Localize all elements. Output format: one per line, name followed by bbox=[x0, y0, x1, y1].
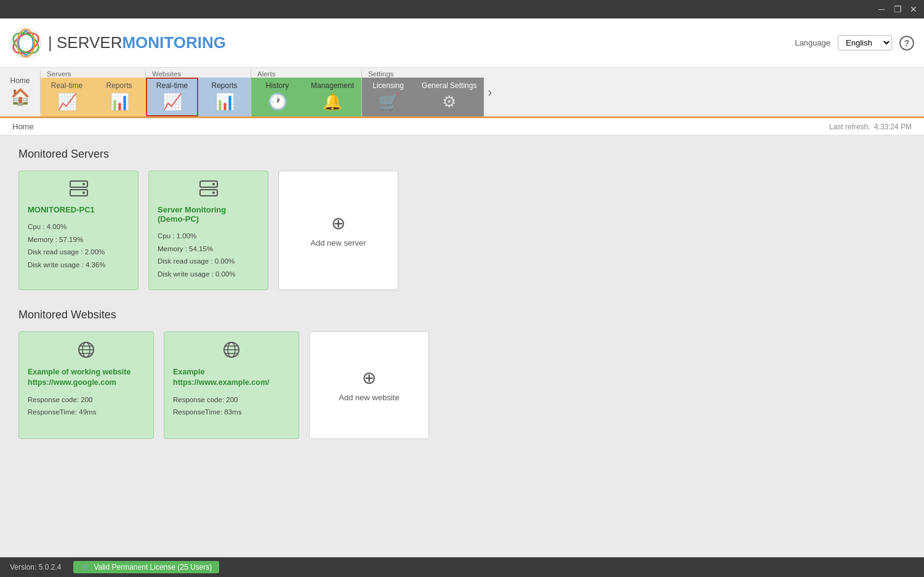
servers-reports-label: Reports bbox=[106, 81, 132, 90]
websites-realtime-icon: 📈 bbox=[163, 92, 182, 111]
settings-licensing-label: Licensing bbox=[372, 81, 404, 90]
add-website-card[interactable]: ⊕ Add new website bbox=[309, 331, 429, 439]
settings-general-icon: ⚙ bbox=[442, 92, 456, 111]
alerts-history-label: History bbox=[266, 81, 289, 90]
nav-alerts-management[interactable]: Management 🔔 bbox=[303, 78, 361, 116]
alerts-items: History 🕐 Management 🔔 bbox=[251, 78, 361, 116]
server-0-cpu: Cpu : 4.00% bbox=[28, 220, 106, 233]
server-0-diskread: Disk read usage : 2.00% bbox=[28, 246, 106, 259]
websites-reports-label: Reports bbox=[211, 81, 237, 90]
logo-area: | SERVER MONITORING bbox=[10, 27, 795, 59]
server-0-diskwrite: Disk write usage : 4.36% bbox=[28, 259, 106, 272]
app-header: | SERVER MONITORING Language English Deu… bbox=[0, 18, 924, 68]
nav-container: Home 🏠 Servers Real-time 📈 Reports 📊 Web… bbox=[0, 68, 924, 118]
server-0-stats: Cpu : 4.00% Memory : 57.19% Disk read us… bbox=[28, 220, 106, 272]
alerts-management-icon: 🔔 bbox=[323, 92, 342, 111]
servers-group-label: Servers bbox=[41, 68, 145, 78]
settings-group-label: Settings bbox=[362, 68, 484, 78]
svg-point-11 bbox=[212, 192, 215, 194]
server-1-icon bbox=[158, 180, 259, 201]
websites-realtime-label: Real-time bbox=[156, 81, 188, 90]
websites-panels-row: Example of working websitehttps://www.go… bbox=[18, 331, 906, 439]
nav-home[interactable]: Home 🏠 bbox=[0, 68, 40, 116]
website-0-stats: Response code: 200 ResponseTime: 49ms bbox=[28, 393, 96, 419]
title-bar: ─ ❐ ✕ bbox=[0, 0, 924, 18]
website-1-time: ResponseTime: 83ms bbox=[173, 406, 241, 419]
refresh-area: Last refresh: 4:33:24 PM bbox=[829, 123, 912, 131]
minimize-button[interactable]: ─ bbox=[876, 4, 887, 15]
breadcrumb-text: Home bbox=[12, 122, 34, 131]
settings-licensing-icon: 🛒 bbox=[379, 92, 398, 111]
nav-alerts-history[interactable]: History 🕐 bbox=[251, 78, 303, 116]
server-1-diskwrite: Disk write usage : 0.00% bbox=[158, 268, 236, 281]
status-version: Version: 5.0.2.4 bbox=[10, 563, 61, 571]
settings-items: Licensing 🛒 General Settings ⚙ bbox=[362, 78, 484, 116]
server-1-stats: Cpu : 1.00% Memory : 54.15% Disk read us… bbox=[158, 230, 236, 281]
server-1-memory: Memory : 54.15% bbox=[158, 243, 236, 256]
server-0-name: MONITORED-PC1 bbox=[28, 205, 95, 214]
servers-realtime-icon: 📈 bbox=[57, 92, 77, 111]
server-0-memory: Memory : 57.19% bbox=[28, 233, 106, 246]
servers-section-title: Monitored Servers bbox=[18, 148, 906, 161]
server-0-icon bbox=[28, 180, 129, 201]
server-1-cpu: Cpu : 1.00% bbox=[158, 230, 236, 243]
websites-reports-icon: 📊 bbox=[215, 92, 235, 111]
add-website-icon: ⊕ bbox=[362, 368, 376, 388]
nav-websites-realtime[interactable]: Real-time 📈 bbox=[146, 78, 198, 116]
nav-websites-reports[interactable]: Reports 📊 bbox=[198, 78, 251, 116]
website-0-code: Response code: 200 bbox=[28, 393, 96, 406]
refresh-time: 4:33:24 PM bbox=[874, 123, 912, 131]
language-select[interactable]: English Deutsch Français Español bbox=[838, 35, 892, 50]
close-button[interactable]: ✕ bbox=[908, 4, 919, 15]
servers-items: Real-time 📈 Reports 📊 bbox=[41, 78, 145, 116]
alerts-management-label: Management bbox=[311, 81, 354, 90]
svg-point-6 bbox=[82, 183, 85, 185]
server-card-0[interactable]: MONITORED-PC1 Cpu : 4.00% Memory : 57.19… bbox=[18, 171, 139, 290]
status-license: 🛒 Valid Permanent License (25 Users) bbox=[73, 561, 219, 573]
website-1-code: Response code: 200 bbox=[173, 393, 241, 406]
svg-point-7 bbox=[82, 192, 85, 194]
alerts-group-label: Alerts bbox=[251, 68, 361, 78]
nav-servers-realtime[interactable]: Real-time 📈 bbox=[41, 78, 93, 116]
license-text: Valid Permanent License (25 Users) bbox=[94, 563, 212, 571]
server-1-name: Server Monitoring(Demo-PC) bbox=[158, 205, 226, 224]
nav-home-label: Home bbox=[10, 76, 30, 85]
servers-panels-row: MONITORED-PC1 Cpu : 4.00% Memory : 57.19… bbox=[18, 171, 906, 290]
website-0-time: ResponseTime: 49ms bbox=[28, 406, 96, 419]
server-1-diskread: Disk read usage : 0.00% bbox=[158, 255, 236, 268]
nav-group-alerts: Alerts History 🕐 Management 🔔 bbox=[251, 68, 361, 116]
restore-button[interactable]: ❐ bbox=[892, 4, 903, 15]
license-icon: 🛒 bbox=[81, 563, 90, 571]
status-bar: Version: 5.0.2.4 🛒 Valid Permanent Licen… bbox=[0, 557, 924, 577]
alerts-history-icon: 🕐 bbox=[268, 92, 287, 111]
website-0-icon bbox=[28, 341, 145, 363]
logo-icon bbox=[10, 27, 42, 59]
server-card-1[interactable]: Server Monitoring(Demo-PC) Cpu : 1.00% M… bbox=[148, 171, 268, 290]
main-content: Monitored Servers MONITORED-PC1 Cpu : 4.… bbox=[0, 135, 924, 554]
nav-settings-licensing[interactable]: Licensing 🛒 bbox=[362, 78, 414, 116]
home-icon: 🏠 bbox=[10, 87, 30, 107]
language-label: Language bbox=[795, 38, 830, 47]
websites-section-title: Monitored Websites bbox=[18, 309, 906, 321]
nav-settings-general[interactable]: General Settings ⚙ bbox=[414, 78, 484, 116]
nav-servers-reports[interactable]: Reports 📊 bbox=[93, 78, 145, 116]
website-card-0[interactable]: Example of working websitehttps://www.go… bbox=[18, 331, 154, 439]
website-0-name: Example of working websitehttps://www.go… bbox=[28, 367, 131, 389]
add-server-icon: ⊕ bbox=[331, 213, 345, 233]
websites-items: Real-time 📈 Reports 📊 bbox=[146, 78, 251, 116]
refresh-label: Last refresh: bbox=[829, 123, 870, 131]
logo-accent: MONITORING bbox=[122, 33, 226, 52]
svg-point-10 bbox=[212, 183, 215, 185]
add-server-card[interactable]: ⊕ Add new server bbox=[278, 171, 398, 290]
nav-group-servers: Servers Real-time 📈 Reports 📊 bbox=[41, 68, 145, 116]
website-1-name: Examplehttps://www.example.com/ bbox=[173, 367, 270, 389]
nav-more-button[interactable]: › bbox=[484, 68, 496, 116]
servers-section: Monitored Servers MONITORED-PC1 Cpu : 4.… bbox=[18, 148, 906, 290]
svg-point-0 bbox=[11, 28, 41, 58]
website-1-icon bbox=[173, 341, 290, 363]
logo-pipe: | SERVER bbox=[48, 33, 122, 52]
nav-group-settings: Settings Licensing 🛒 General Settings ⚙ bbox=[362, 68, 484, 116]
help-button[interactable]: ? bbox=[899, 36, 914, 50]
header-right: Language English Deutsch Français Españo… bbox=[795, 35, 914, 50]
website-card-1[interactable]: Examplehttps://www.example.com/ Response… bbox=[164, 331, 299, 439]
